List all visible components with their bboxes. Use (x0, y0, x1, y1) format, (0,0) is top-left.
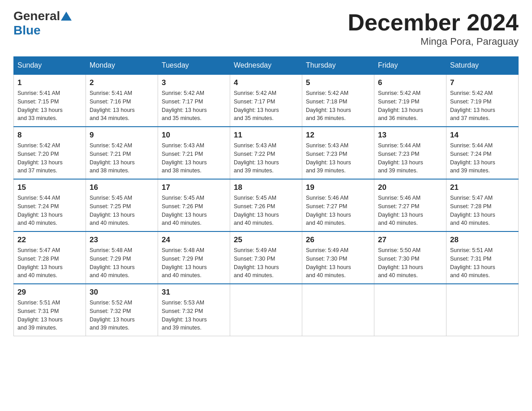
day-info: Sunrise: 5:42 AM Sunset: 7:17 PM Dayligh… (234, 89, 298, 123)
day-number: 19 (306, 183, 370, 192)
table-row (302, 284, 374, 336)
day-info: Sunrise: 5:53 AM Sunset: 7:32 PM Dayligh… (162, 299, 226, 332)
day-info: Sunrise: 5:43 AM Sunset: 7:22 PM Dayligh… (234, 141, 298, 175)
table-row: 28 Sunrise: 5:51 AM Sunset: 7:31 PM Dayl… (446, 231, 519, 284)
table-row: 5 Sunrise: 5:42 AM Sunset: 7:18 PM Dayli… (302, 74, 374, 127)
day-info: Sunrise: 5:41 AM Sunset: 7:15 PM Dayligh… (17, 89, 82, 123)
day-number: 15 (17, 183, 82, 192)
day-number: 6 (378, 78, 442, 87)
table-row: 1 Sunrise: 5:41 AM Sunset: 7:15 PM Dayli… (14, 74, 86, 127)
table-row: 21 Sunrise: 5:47 AM Sunset: 7:28 PM Dayl… (446, 179, 519, 231)
table-row: 14 Sunrise: 5:44 AM Sunset: 7:24 PM Dayl… (446, 127, 519, 179)
day-number: 2 (90, 78, 154, 87)
header-sunday: Sunday (14, 57, 86, 75)
header-thursday: Thursday (302, 57, 374, 75)
day-info: Sunrise: 5:47 AM Sunset: 7:28 PM Dayligh… (17, 246, 82, 280)
table-row (230, 284, 302, 336)
day-number: 11 (234, 131, 298, 140)
day-info: Sunrise: 5:51 AM Sunset: 7:31 PM Dayligh… (450, 246, 515, 280)
table-row: 15 Sunrise: 5:44 AM Sunset: 7:24 PM Dayl… (14, 179, 86, 231)
day-number: 21 (450, 183, 515, 192)
table-row: 20 Sunrise: 5:46 AM Sunset: 7:27 PM Dayl… (374, 179, 446, 231)
table-row: 19 Sunrise: 5:46 AM Sunset: 7:27 PM Dayl… (302, 179, 374, 231)
table-row: 29 Sunrise: 5:51 AM Sunset: 7:31 PM Dayl… (14, 284, 86, 336)
day-number: 13 (378, 131, 442, 140)
day-info: Sunrise: 5:42 AM Sunset: 7:19 PM Dayligh… (378, 89, 442, 123)
header-friday: Friday (374, 57, 446, 75)
calendar-week-row: 1 Sunrise: 5:41 AM Sunset: 7:15 PM Dayli… (14, 74, 519, 127)
day-info: Sunrise: 5:44 AM Sunset: 7:24 PM Dayligh… (450, 141, 515, 175)
day-info: Sunrise: 5:45 AM Sunset: 7:26 PM Dayligh… (234, 194, 298, 227)
day-number: 18 (234, 183, 298, 192)
day-number: 3 (162, 78, 226, 87)
day-info: Sunrise: 5:41 AM Sunset: 7:16 PM Dayligh… (90, 89, 154, 123)
table-row: 18 Sunrise: 5:45 AM Sunset: 7:26 PM Dayl… (230, 179, 302, 231)
header-wednesday: Wednesday (230, 57, 302, 75)
day-number: 20 (378, 183, 442, 192)
day-info: Sunrise: 5:45 AM Sunset: 7:26 PM Dayligh… (162, 194, 226, 227)
day-info: Sunrise: 5:44 AM Sunset: 7:24 PM Dayligh… (17, 194, 82, 227)
day-number: 14 (450, 131, 515, 140)
day-info: Sunrise: 5:42 AM Sunset: 7:20 PM Dayligh… (17, 141, 82, 175)
table-row: 24 Sunrise: 5:48 AM Sunset: 7:29 PM Dayl… (158, 231, 230, 284)
table-row: 23 Sunrise: 5:48 AM Sunset: 7:29 PM Dayl… (86, 231, 158, 284)
day-number: 31 (162, 288, 226, 297)
calendar-table: Sunday Monday Tuesday Wednesday Thursday… (13, 56, 519, 336)
day-info: Sunrise: 5:43 AM Sunset: 7:21 PM Dayligh… (162, 141, 226, 175)
day-number: 12 (306, 131, 370, 140)
table-row: 31 Sunrise: 5:53 AM Sunset: 7:32 PM Dayl… (158, 284, 230, 336)
table-row: 12 Sunrise: 5:43 AM Sunset: 7:23 PM Dayl… (302, 127, 374, 179)
day-number: 9 (90, 131, 154, 140)
table-row: 4 Sunrise: 5:42 AM Sunset: 7:17 PM Dayli… (230, 74, 302, 127)
logo-blue-text: Blue (13, 23, 41, 37)
table-row: 27 Sunrise: 5:50 AM Sunset: 7:30 PM Dayl… (374, 231, 446, 284)
table-row: 9 Sunrise: 5:42 AM Sunset: 7:21 PM Dayli… (86, 127, 158, 179)
header-monday: Monday (86, 57, 158, 75)
table-row: 25 Sunrise: 5:49 AM Sunset: 7:30 PM Dayl… (230, 231, 302, 284)
day-number: 23 (90, 235, 154, 244)
day-number: 26 (306, 235, 370, 244)
day-number: 29 (17, 288, 82, 297)
logo-general-text: General (13, 9, 60, 23)
table-row: 3 Sunrise: 5:42 AM Sunset: 7:17 PM Dayli… (158, 74, 230, 127)
day-info: Sunrise: 5:49 AM Sunset: 7:30 PM Dayligh… (306, 246, 370, 280)
day-info: Sunrise: 5:42 AM Sunset: 7:21 PM Dayligh… (90, 141, 154, 175)
day-info: Sunrise: 5:48 AM Sunset: 7:29 PM Dayligh… (162, 246, 226, 280)
calendar-week-row: 22 Sunrise: 5:47 AM Sunset: 7:28 PM Dayl… (14, 231, 519, 284)
day-info: Sunrise: 5:45 AM Sunset: 7:25 PM Dayligh… (90, 194, 154, 227)
table-row: 8 Sunrise: 5:42 AM Sunset: 7:20 PM Dayli… (14, 127, 86, 179)
table-row: 13 Sunrise: 5:44 AM Sunset: 7:23 PM Dayl… (374, 127, 446, 179)
calendar-header-row: Sunday Monday Tuesday Wednesday Thursday… (14, 57, 519, 75)
day-number: 17 (162, 183, 226, 192)
day-info: Sunrise: 5:42 AM Sunset: 7:18 PM Dayligh… (306, 89, 370, 123)
day-info: Sunrise: 5:46 AM Sunset: 7:27 PM Dayligh… (306, 194, 370, 227)
day-number: 8 (17, 131, 82, 140)
logo-triangle-icon (61, 12, 72, 21)
logo: General Blue (13, 9, 73, 38)
table-row: 6 Sunrise: 5:42 AM Sunset: 7:19 PM Dayli… (374, 74, 446, 127)
day-info: Sunrise: 5:49 AM Sunset: 7:30 PM Dayligh… (234, 246, 298, 280)
day-number: 25 (234, 235, 298, 244)
table-row: 7 Sunrise: 5:42 AM Sunset: 7:19 PM Dayli… (446, 74, 519, 127)
table-row (446, 284, 519, 336)
title-area: December 2024 Minga Pora, Paraguay (348, 9, 519, 47)
day-info: Sunrise: 5:48 AM Sunset: 7:29 PM Dayligh… (90, 246, 154, 280)
calendar-week-row: 8 Sunrise: 5:42 AM Sunset: 7:20 PM Dayli… (14, 127, 519, 179)
day-info: Sunrise: 5:42 AM Sunset: 7:17 PM Dayligh… (162, 89, 226, 123)
day-number: 24 (162, 235, 226, 244)
table-row: 17 Sunrise: 5:45 AM Sunset: 7:26 PM Dayl… (158, 179, 230, 231)
table-row (374, 284, 446, 336)
day-number: 30 (90, 288, 154, 297)
calendar-week-row: 29 Sunrise: 5:51 AM Sunset: 7:31 PM Dayl… (14, 284, 519, 336)
day-info: Sunrise: 5:43 AM Sunset: 7:23 PM Dayligh… (306, 141, 370, 175)
day-number: 10 (162, 131, 226, 140)
header-saturday: Saturday (446, 57, 519, 75)
page-subtitle: Minga Pora, Paraguay (348, 36, 519, 47)
day-number: 16 (90, 183, 154, 192)
day-info: Sunrise: 5:51 AM Sunset: 7:31 PM Dayligh… (17, 299, 82, 332)
table-row: 30 Sunrise: 5:52 AM Sunset: 7:32 PM Dayl… (86, 284, 158, 336)
day-number: 5 (306, 78, 370, 87)
table-row: 22 Sunrise: 5:47 AM Sunset: 7:28 PM Dayl… (14, 231, 86, 284)
day-info: Sunrise: 5:46 AM Sunset: 7:27 PM Dayligh… (378, 194, 442, 227)
day-info: Sunrise: 5:44 AM Sunset: 7:23 PM Dayligh… (378, 141, 442, 175)
